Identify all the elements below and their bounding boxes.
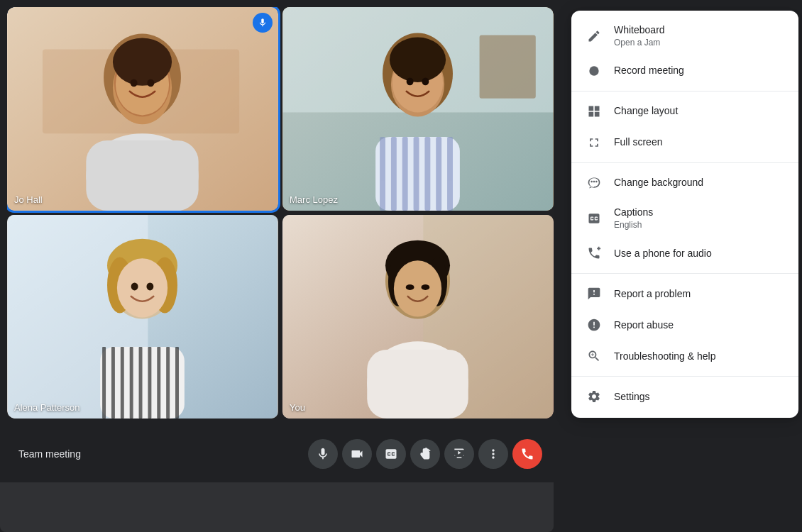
svg-rect-16 <box>480 35 536 99</box>
svg-point-22 <box>422 77 429 85</box>
background-label: Change background <box>614 176 703 190</box>
captions-button[interactable] <box>376 439 406 469</box>
svg-rect-12 <box>86 140 198 211</box>
whiteboard-sublabel: Open a Jam <box>614 38 665 49</box>
svg-rect-45 <box>139 347 143 419</box>
troubleshooting-label: Troubleshooting & help <box>614 350 715 364</box>
participant-name-jo: Jo Hall <box>14 194 43 205</box>
menu-item-record[interactable]: Record meeting <box>571 55 798 87</box>
svg-rect-30 <box>447 137 453 211</box>
svg-rect-29 <box>436 137 441 211</box>
participant-name-you: You <box>290 402 305 413</box>
menu-item-whiteboard[interactable]: Whiteboard Open a Jam <box>571 16 798 55</box>
svg-rect-48 <box>166 347 170 419</box>
svg-point-9 <box>131 79 138 87</box>
svg-point-21 <box>407 77 414 85</box>
menu-item-background[interactable]: Change background <box>571 167 798 199</box>
video-grid: Jo Hall <box>7 7 554 419</box>
report-problem-icon <box>586 285 603 302</box>
menu-item-fullscreen[interactable]: Full screen <box>571 127 798 158</box>
video-tile-marc-lopez: Marc Lopez <box>282 7 554 211</box>
svg-point-57 <box>406 284 414 290</box>
menu-item-settings[interactable]: Settings <box>571 381 798 412</box>
present-button[interactable] <box>444 439 474 469</box>
report-abuse-icon <box>586 316 603 333</box>
settings-icon <box>586 388 603 405</box>
mic-button[interactable] <box>308 439 338 469</box>
record-label: Record meeting <box>614 64 684 78</box>
background-icon <box>586 174 603 192</box>
fullscreen-label: Full screen <box>614 135 662 150</box>
context-menu: Whiteboard Open a Jam Record meeting Cha… <box>571 11 798 418</box>
svg-rect-47 <box>157 347 160 419</box>
menu-item-phone-audio[interactable]: Use a phone for audio <box>571 238 798 269</box>
participant-name-marc: Marc Lopez <box>290 194 338 205</box>
troubleshooting-icon <box>586 348 603 365</box>
svg-rect-46 <box>148 347 151 419</box>
menu-item-layout[interactable]: Change layout <box>571 96 798 127</box>
svg-rect-27 <box>414 137 419 211</box>
more-options-button[interactable] <box>478 439 508 469</box>
divider-1 <box>571 91 798 92</box>
svg-rect-44 <box>130 347 133 419</box>
svg-point-39 <box>146 283 153 291</box>
svg-rect-25 <box>391 137 397 211</box>
svg-rect-24 <box>380 137 385 211</box>
report-problem-label: Report a problem <box>614 287 691 301</box>
phone-audio-label: Use a phone for audio <box>614 247 712 261</box>
fullscreen-icon <box>586 134 603 151</box>
toolbar: Team meeting <box>7 433 554 475</box>
svg-rect-28 <box>424 137 430 211</box>
svg-rect-43 <box>121 347 124 419</box>
divider-4 <box>571 376 798 377</box>
svg-rect-41 <box>102 347 106 419</box>
bottom-bar <box>0 482 554 532</box>
pencil-icon <box>586 28 603 45</box>
svg-rect-60 <box>367 350 468 419</box>
end-call-button[interactable] <box>512 439 542 469</box>
menu-item-report-problem[interactable]: Report a problem <box>571 278 798 309</box>
camera-button[interactable] <box>342 439 372 469</box>
captions-sublabel: English <box>614 220 653 231</box>
phone-audio-icon <box>586 245 603 262</box>
whiteboard-label: Whiteboard <box>614 23 665 38</box>
layout-label: Change layout <box>614 104 678 118</box>
svg-rect-49 <box>175 347 179 419</box>
svg-point-61 <box>589 67 598 76</box>
video-tile-alena-patterson: Alena Patterson <box>7 215 278 419</box>
svg-point-56 <box>394 260 441 316</box>
svg-point-58 <box>421 284 429 290</box>
settings-label: Settings <box>614 390 650 404</box>
svg-point-20 <box>390 38 446 82</box>
svg-point-8 <box>113 38 172 86</box>
video-tile-jo-hall: Jo Hall <box>7 7 278 211</box>
raise-hand-button[interactable] <box>410 439 440 469</box>
record-icon <box>586 62 603 79</box>
participant-name-alena: Alena Patterson <box>14 402 80 413</box>
captions-label: Captions <box>614 206 653 220</box>
toolbar-buttons <box>308 439 542 469</box>
menu-item-report-abuse[interactable]: Report abuse <box>571 309 798 340</box>
report-abuse-label: Report abuse <box>614 318 674 333</box>
svg-point-10 <box>147 79 154 87</box>
menu-item-troubleshooting[interactable]: Troubleshooting & help <box>571 340 798 372</box>
menu-item-captions[interactable]: Captions English <box>571 199 798 238</box>
svg-point-38 <box>131 283 138 291</box>
svg-rect-26 <box>402 137 408 211</box>
divider-2 <box>571 162 798 163</box>
meeting-title: Team meeting <box>18 448 302 460</box>
divider-3 <box>571 273 798 274</box>
svg-rect-42 <box>111 347 115 419</box>
video-tile-you: You <box>282 215 554 419</box>
captions-icon <box>586 210 603 227</box>
svg-point-37 <box>117 258 167 317</box>
mic-badge-jo <box>253 13 273 33</box>
layout-icon <box>586 103 603 120</box>
